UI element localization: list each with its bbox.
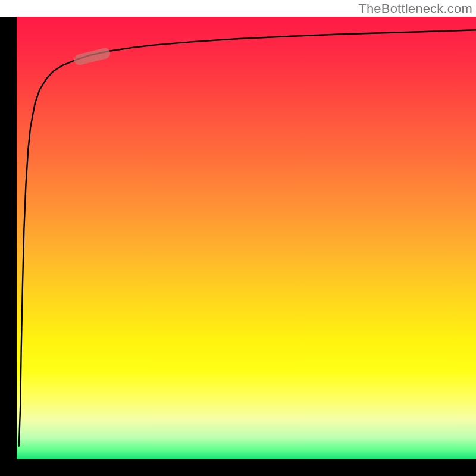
plot-area: [17, 17, 476, 459]
bottleneck-curve: [17, 17, 476, 459]
attribution-text: TheBottleneck.com: [358, 1, 472, 17]
plot-axes-frame: [0, 17, 476, 476]
